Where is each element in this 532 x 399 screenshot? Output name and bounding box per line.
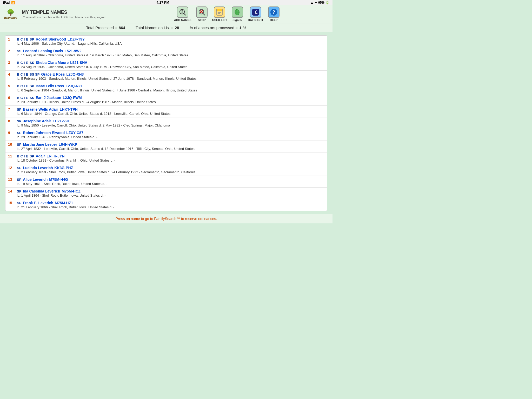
person-details: b. 18 October 1891 - Columbus, Franklin,…: [17, 158, 324, 162]
add-names-button[interactable]: ADD NAMES: [174, 6, 191, 22]
person-id: L2JQ-XN3: [66, 72, 84, 76]
list-item: 15SPFrank E. Leverich M75M-HZ1b. 21 Febr…: [5, 199, 327, 211]
name-list-container: 1BCIESPRobert Sherwood LDZF-T9Yb. 4 May …: [5, 35, 327, 211]
list-item: 10SPMartha Jane Leeper L64H-WKPb. 27 Apr…: [5, 141, 327, 152]
person-details: b. 11 August 1899 - Oklahoma, United Sta…: [17, 53, 324, 57]
person-id: L521-SHV: [70, 61, 87, 65]
person-name[interactable]: Bazaelle Wells Adair: [23, 107, 58, 111]
badge-item: E: [26, 84, 28, 88]
row-number: 4: [8, 72, 15, 76]
total-names-stat: Total Names on List = 28: [136, 25, 179, 30]
sp-badge: SP: [30, 154, 34, 158]
add-names-label: ADD NAMES: [174, 18, 191, 22]
sp-badge: SP: [17, 119, 21, 123]
person-name[interactable]: Grace E Ross: [41, 72, 65, 76]
sp-badge: SP: [17, 166, 21, 170]
row-number: 6: [8, 96, 15, 100]
help-label: HELP: [270, 18, 277, 22]
list-item: 1BCIESPRobert Sherwood LDZF-T9Yb. 4 May …: [5, 36, 327, 47]
badges: BCIE: [17, 37, 28, 41]
app-title: MY TEMPLE NAMES: [22, 10, 103, 15]
person-details: b. 4 May 1906 - Salt Lake City, Utah d. …: [17, 42, 324, 45]
row-number: 14: [8, 189, 15, 193]
sign-in-button[interactable]: Sign IN: [232, 6, 243, 22]
list-item: 12SPLucinda Leverich KK3G-PHZb. 2 Februa…: [5, 164, 327, 176]
person-name[interactable]: Alice Leverich: [23, 177, 48, 182]
person-details: b. 27 April 1832 - Leesville, Carroll, O…: [17, 147, 324, 151]
person-id: LHKT-TPH: [60, 107, 78, 111]
badge-item: I: [24, 61, 25, 65]
list-item: 11BCIESPAdair LRFK-JYNb. 18 October 1891…: [5, 152, 327, 164]
badge-item: B: [17, 37, 19, 41]
total-processed-stat: Total Processed = 864: [86, 25, 125, 30]
badge-item: C: [20, 96, 23, 100]
person-name[interactable]: Sheba Clara Moore: [36, 61, 69, 65]
sign-in-label: Sign IN: [232, 18, 242, 22]
person-name[interactable]: Isaac Felix Ross: [36, 84, 64, 88]
person-name[interactable]: Josephine Adair: [23, 119, 51, 123]
person-name[interactable]: Leonard Lansing Davis: [23, 49, 63, 53]
badge-item: E: [26, 154, 28, 158]
list-item: 3BCIESSSheba Clara Moore L521-SHVb. 24 A…: [5, 59, 327, 71]
person-details: b. 29 January 1846 - Pennsylvania, Unite…: [17, 135, 324, 139]
person-name[interactable]: Earl J Jackson: [36, 96, 61, 100]
person-name[interactable]: Robert Johnson Elwood: [23, 131, 65, 135]
sp-badge: SP: [17, 189, 21, 193]
day-night-button[interactable]: DAY/NIGHT: [248, 6, 263, 22]
person-id: L2JQ-NZF: [65, 84, 83, 88]
person-id: L521-9W2: [64, 49, 81, 53]
person-id: LDZF-T9Y: [68, 37, 85, 41]
person-name[interactable]: Martha Jane Leeper: [23, 142, 57, 147]
list-item: 8SPJosephine Adair LHZL-V91b. 9 May 1850…: [5, 117, 327, 129]
user-list-label: USER LIST: [212, 18, 227, 22]
badge-item: E: [26, 96, 28, 100]
person-details: b. 21 February 1866 - Shell Rock, Butler…: [17, 205, 324, 209]
person-name[interactable]: Adair: [36, 154, 45, 158]
stop-icon: [196, 6, 208, 18]
badge-item: B: [17, 96, 19, 100]
person-name[interactable]: Robert Sherwood: [36, 37, 66, 41]
badge-item: C: [20, 61, 23, 65]
logo-area: 🌳 Branches: [4, 9, 17, 19]
badges: BCIE: [17, 84, 28, 88]
badge-item: C: [20, 84, 23, 88]
user-list-button[interactable]: USER LIST: [212, 6, 227, 22]
person-details: b. 5 February 1903 - Sandoval, Marion, I…: [17, 77, 324, 81]
person-id: LRFK-JYN: [46, 154, 64, 158]
sp-badge: SP: [30, 37, 34, 41]
person-id: M75M-HZ1: [55, 201, 73, 205]
add-names-icon: [177, 6, 188, 18]
sp-badge: SP: [17, 143, 21, 147]
badge-item: I: [24, 72, 25, 76]
badge-item: C: [20, 154, 23, 158]
person-details: b. 1 April 1864 - Shell Rock, Butler, Io…: [17, 194, 324, 197]
total-names-label: Total Names on List =: [136, 25, 173, 30]
person-name[interactable]: Lucinda Leverich: [23, 166, 53, 170]
stop-button[interactable]: STOP: [196, 6, 208, 22]
list-item: 13SPAlice Leverich M75M-H4Gb. 19 May 186…: [5, 176, 327, 188]
svg-point-1: [182, 10, 183, 12]
sp-badge: SS: [30, 61, 34, 65]
person-id: LHZL-V91: [53, 119, 70, 123]
person-name[interactable]: Ida Cassilda Leverich: [23, 189, 60, 193]
row-number: 8: [8, 119, 15, 123]
person-id: L64H-WKP: [59, 142, 77, 147]
person-id: M75M-HCZ: [62, 189, 81, 193]
device-label: iPad: [3, 1, 10, 4]
stop-label: STOP: [198, 18, 206, 22]
person-name[interactable]: Frank E. Leverich: [23, 201, 53, 205]
badges: BCIE: [17, 96, 28, 100]
row-number: 2: [8, 49, 15, 53]
ancestors-unit: %: [243, 25, 246, 30]
badge-item: E: [26, 37, 28, 41]
location-icon: ▲: [310, 1, 314, 4]
bluetooth-icon: ✦: [315, 1, 317, 4]
wifi-icon: 📶: [11, 1, 15, 4]
sp-badge: SP: [17, 131, 21, 135]
status-right: ▲ ✦ 95% 🔋: [310, 1, 329, 4]
badge-item: B: [17, 72, 19, 76]
badge-item: B: [17, 154, 19, 158]
badge-item: B: [17, 84, 19, 88]
help-button[interactable]: ? HELP: [268, 6, 280, 22]
svg-line-7: [203, 14, 205, 15]
